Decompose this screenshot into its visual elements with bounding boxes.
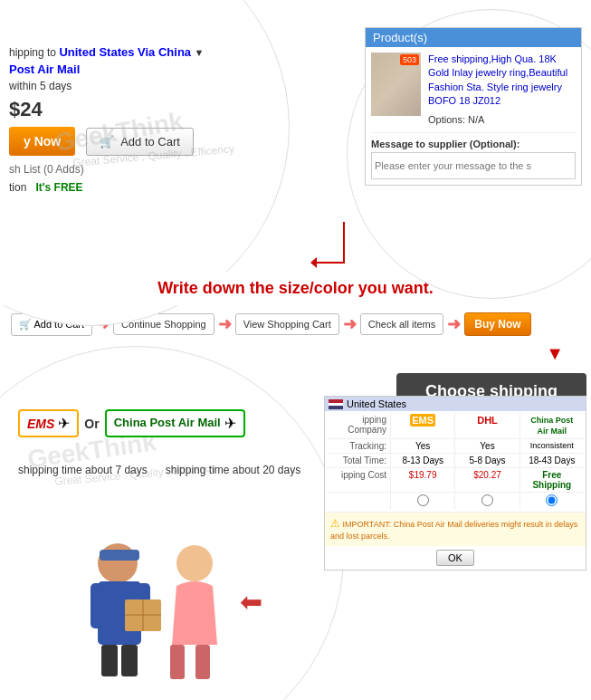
product-badge: 503 (400, 54, 419, 65)
ems-radio[interactable] (417, 494, 429, 506)
shipping-table: United States ipping Company EMS DHL Chi… (324, 396, 586, 571)
bottom-section: GeekThink Great Service , Quality , Effi… (0, 364, 591, 700)
svg-rect-6 (101, 645, 118, 676)
china-col-header: China PostAir Mail (530, 416, 573, 436)
important-text: IMPORTANT: China Post Air Mail deliverie… (330, 520, 577, 542)
product-title: Free shipping,High Qua. 18K Gold Inlay j… (428, 53, 576, 109)
important-note: ⚠ IMPORTANT: China Post Air Mail deliver… (325, 512, 586, 546)
china-post-label: China Post Air Mail (114, 416, 221, 431)
product-panel: Product(s) 503 Free shipping,High Qua. 1… (365, 27, 582, 186)
ems-option[interactable]: EMS ✈ (18, 409, 79, 437)
ems-logo: EMS (27, 417, 54, 431)
tracking-row: Tracking: Yes Yes Inconsistent (327, 439, 584, 454)
price-display: $24 (9, 98, 244, 121)
ok-button[interactable]: OK (436, 550, 474, 566)
svg-rect-7 (121, 645, 138, 676)
svg-rect-13 (195, 645, 210, 679)
svg-rect-4 (91, 583, 103, 628)
svg-point-1 (98, 543, 138, 583)
dhl-col-header: DHL (477, 415, 498, 426)
write-down-text: Write down the size/color you want. (157, 279, 434, 297)
radio-row (327, 493, 584, 510)
cart-icon: 🛒 (100, 135, 114, 149)
table-header: United States (325, 397, 586, 411)
person-illustration (54, 527, 235, 690)
table-col-headers: ipping Company EMS DHL China PostAir Mai… (327, 413, 584, 439)
svg-rect-2 (100, 550, 139, 561)
step-arrow-2: ➜ (218, 314, 232, 334)
ems-col-header: EMS (410, 414, 435, 427)
step-arrow-3: ➜ (343, 314, 357, 334)
ems-shipping-time: shipping time about 7 days (18, 464, 148, 476)
product-options: Options: N/A (428, 114, 576, 125)
shipping-method-line: Post Air Mail (9, 62, 244, 76)
step-view-cart[interactable]: View Shopping Cart (235, 313, 339, 335)
table-country: United States (347, 398, 406, 409)
shipping-label: hipping to (9, 46, 56, 59)
dropdown-arrow[interactable]: ▼ (194, 47, 204, 58)
wish-list-line: sh List (0 Adds) (9, 163, 244, 176)
message-label: Message to supplier (Optional): (371, 139, 576, 149)
buy-now-button[interactable]: y Now (9, 127, 75, 156)
bottom-left-arrow: ⬅ (240, 586, 262, 618)
product-image: 503 (371, 53, 421, 116)
china-post-plane-icon: ✈ (224, 415, 236, 432)
china-post-option[interactable]: China Post Air Mail ✈ (105, 409, 245, 437)
protection-line: tion It's FREE (9, 181, 244, 194)
china-post-shipping-time: shipping time about 20 days (166, 464, 300, 476)
shipping-destination-line: hipping to United States Via China ▼ (9, 45, 244, 59)
step-buy-now[interactable]: Buy Now (464, 312, 530, 336)
down-arrow-icon: ▼ (546, 343, 564, 363)
arrow-connector (308, 217, 353, 274)
time-row: Total Time: 8-13 Days 5-8 Days 18-43 Day… (327, 454, 584, 468)
product-header: Product(s) (366, 28, 581, 47)
shipping-destination-link[interactable]: United States Via China (59, 45, 191, 59)
shipping-options: EMS ✈ Or China Post Air Mail ✈ (18, 409, 245, 437)
message-input[interactable] (371, 152, 576, 179)
svg-marker-0 (310, 257, 317, 268)
us-flag-icon (329, 399, 343, 409)
shipping-method-link[interactable]: Post Air Mail (9, 62, 80, 76)
days-line: within 5 days (9, 80, 244, 92)
china-post-radio[interactable] (546, 494, 558, 506)
svg-rect-12 (170, 645, 185, 679)
ems-plane-icon: ✈ (58, 415, 70, 432)
shipping-time-row: shipping time about 7 days shipping time… (18, 464, 300, 476)
cost-row: ipping Cost $19.79 $20.27 Free Shipping (327, 468, 584, 493)
step-arrow-4: ➜ (447, 314, 461, 334)
step-check-items[interactable]: Check all items (360, 313, 444, 335)
cart-step-icon: 🛒 (19, 319, 32, 330)
svg-point-11 (176, 545, 213, 581)
dhl-radio[interactable] (481, 494, 493, 506)
or-text: Or (84, 417, 99, 431)
